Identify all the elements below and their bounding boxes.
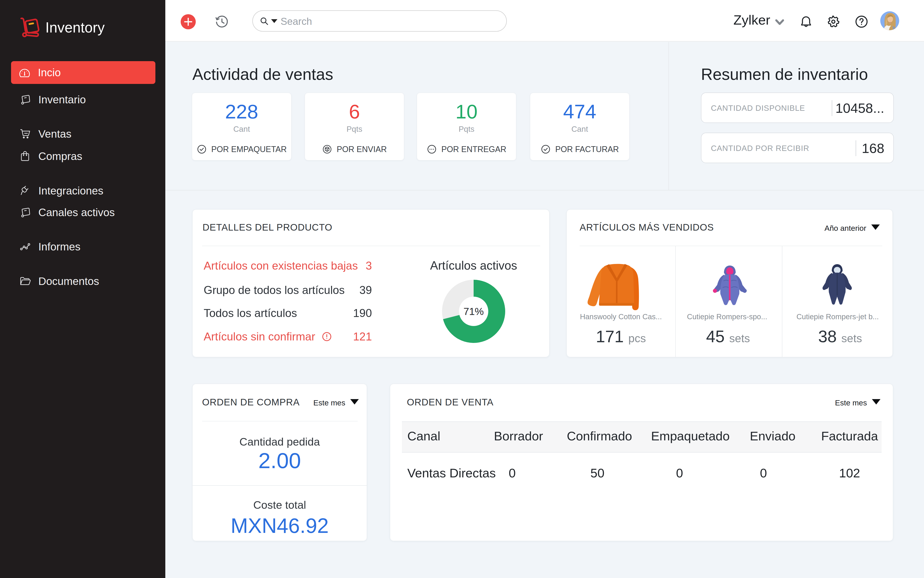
svg-text:71%: 71% bbox=[464, 306, 484, 317]
